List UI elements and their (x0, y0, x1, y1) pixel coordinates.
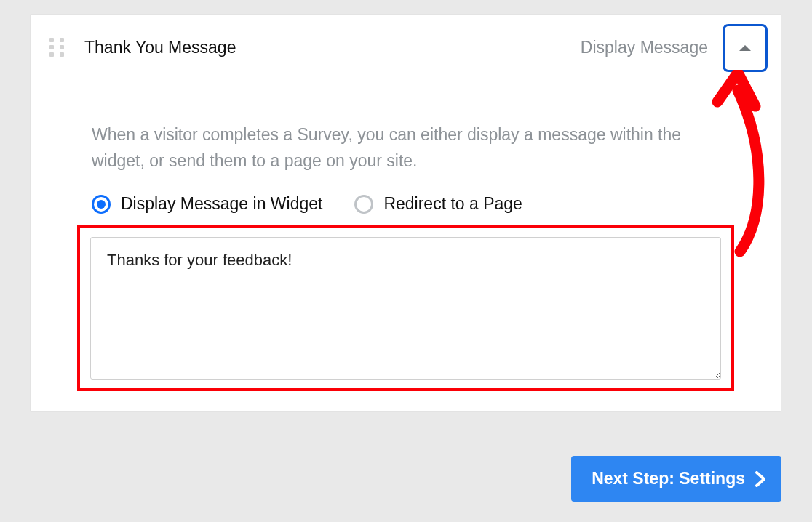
panel-description: When a visitor completes a Survey, you c… (92, 122, 720, 174)
chevron-up-icon (739, 44, 752, 52)
chevron-right-icon (755, 471, 765, 487)
display-option-group: Display Message in Widget Redirect to a … (92, 194, 720, 214)
radio-label: Redirect to a Page (383, 194, 522, 214)
panel-summary: Display Message (581, 38, 708, 57)
radio-unchecked-icon (354, 195, 373, 214)
next-step-button[interactable]: Next Step: Settings (571, 456, 781, 502)
thank-you-message-textarea[interactable] (90, 237, 721, 380)
radio-display-in-widget[interactable]: Display Message in Widget (92, 194, 322, 214)
next-step-label: Next Step: Settings (592, 469, 745, 489)
drag-handle-icon[interactable] (49, 38, 64, 58)
radio-label: Display Message in Widget (121, 194, 322, 214)
radio-checked-icon (92, 195, 111, 214)
panel-body: When a visitor completes a Survey, you c… (31, 81, 781, 411)
panel-header: Thank You Message Display Message (31, 15, 781, 81)
message-textarea-highlight (77, 225, 734, 391)
panel-title: Thank You Message (84, 38, 581, 57)
radio-redirect-to-page[interactable]: Redirect to a Page (354, 194, 522, 214)
collapse-toggle-button[interactable] (723, 24, 768, 72)
thank-you-message-panel: Thank You Message Display Message When a… (30, 14, 781, 412)
